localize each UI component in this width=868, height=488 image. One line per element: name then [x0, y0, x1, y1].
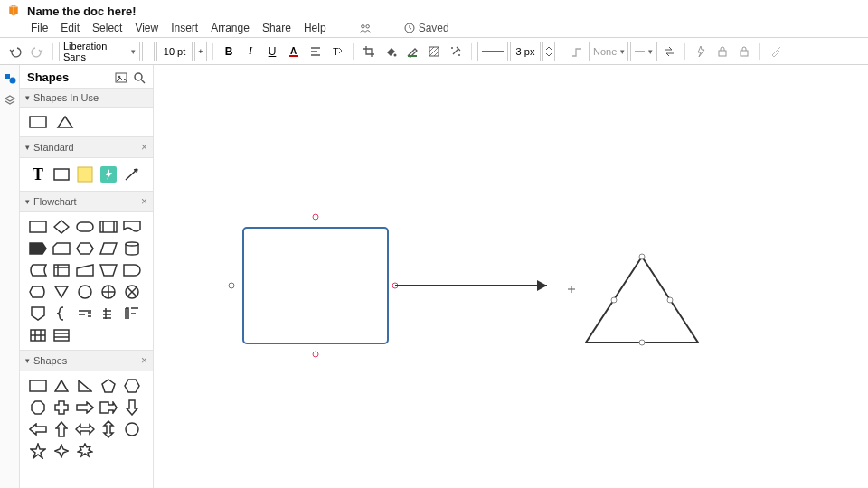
menu-arrange[interactable]: Arrange: [211, 22, 250, 34]
shape-handle[interactable]: [639, 254, 645, 259]
search-icon[interactable]: [133, 71, 146, 84]
selection-handle[interactable]: [229, 283, 234, 288]
canvas-rectangle[interactable]: [243, 228, 388, 343]
sh-cross[interactable]: [51, 399, 72, 417]
menu-share[interactable]: Share: [262, 22, 291, 34]
crop-button[interactable]: [359, 42, 379, 61]
fc-connector[interactable]: [74, 283, 96, 301]
sh-arrow-up[interactable]: [51, 420, 72, 438]
shapes-panel-button[interactable]: [2, 70, 18, 87]
fc-stored-data[interactable]: [27, 261, 49, 279]
line-width-stepper[interactable]: [542, 42, 555, 61]
arrow-end-select[interactable]: ▾: [630, 42, 657, 61]
eyedropper-button[interactable]: [766, 42, 786, 61]
tool-connector[interactable]: [121, 164, 143, 185]
shape-handle[interactable]: [611, 297, 617, 303]
shape-handle[interactable]: [639, 340, 645, 345]
fc-process[interactable]: [27, 218, 49, 236]
document-title[interactable]: Name the doc here!: [27, 5, 137, 18]
sh-star6[interactable]: [74, 442, 96, 460]
sh-arrow-leftright[interactable]: [74, 420, 96, 438]
close-icon[interactable]: ×: [141, 141, 147, 154]
sh-arrow-right[interactable]: [74, 399, 96, 417]
section-head-flowchart[interactable]: ▾ Flowchart ×: [20, 191, 153, 212]
tool-rectangle[interactable]: [51, 164, 72, 185]
line-style-select[interactable]: [477, 42, 508, 61]
arrow-start-select[interactable]: None▾: [589, 42, 628, 61]
underline-button[interactable]: U: [262, 42, 282, 61]
menu-file[interactable]: File: [31, 22, 48, 34]
sh-arrow-left[interactable]: [27, 420, 49, 438]
image-icon[interactable]: [115, 71, 127, 84]
sh-arrow-down[interactable]: [121, 399, 143, 417]
font-family-select[interactable]: Liberation Sans▾: [59, 42, 140, 61]
fc-collate[interactable]: [74, 305, 96, 323]
selection-handle[interactable]: [313, 214, 318, 220]
shape-fill-button[interactable]: [424, 42, 444, 61]
section-head-inuse[interactable]: ▾ Shapes In Use: [20, 88, 153, 108]
italic-button[interactable]: I: [241, 42, 260, 61]
sh-pentagon[interactable]: [98, 377, 119, 395]
fc-delay[interactable]: [121, 261, 143, 279]
fc-table[interactable]: [27, 326, 49, 344]
shape-triangle[interactable]: [54, 113, 76, 131]
flip-connector-button[interactable]: [659, 42, 679, 61]
sh-arrow-updown[interactable]: [98, 420, 119, 438]
close-icon[interactable]: ×: [141, 354, 147, 367]
sh-callout-arrow[interactable]: [98, 399, 119, 417]
fc-card[interactable]: [51, 239, 72, 258]
bold-button[interactable]: B: [219, 42, 239, 61]
font-color-button[interactable]: A: [284, 42, 304, 61]
sh-right-triangle[interactable]: [74, 377, 96, 395]
text-direction-button[interactable]: T: [327, 42, 347, 61]
fc-merge[interactable]: [51, 283, 72, 301]
menu-insert[interactable]: Insert: [171, 22, 198, 34]
sh-octagon[interactable]: [27, 399, 49, 417]
section-head-standard[interactable]: ▾ Standard ×: [20, 136, 153, 158]
section-head-shapes[interactable]: ▾ Shapes ×: [20, 350, 153, 371]
menu-select[interactable]: Select: [92, 22, 122, 34]
fc-preparation[interactable]: [74, 239, 96, 258]
connector-type-button[interactable]: [567, 42, 587, 61]
shape-handle[interactable]: [667, 297, 673, 303]
redo-button[interactable]: [27, 42, 47, 61]
tool-text[interactable]: T: [27, 164, 49, 185]
fc-offpage[interactable]: [27, 305, 49, 323]
fc-decision[interactable]: [51, 218, 72, 236]
fc-predefined[interactable]: [98, 218, 119, 236]
effects-button[interactable]: [446, 42, 466, 61]
tool-note[interactable]: [74, 164, 96, 185]
sh-hexagon[interactable]: [121, 377, 143, 395]
fc-document[interactable]: [121, 218, 143, 236]
fc-database[interactable]: [121, 239, 143, 258]
quick-action-button[interactable]: [691, 42, 711, 61]
fc-display[interactable]: [27, 283, 49, 301]
sh-triangle[interactable]: [51, 377, 72, 395]
line-width-input[interactable]: 3 px: [510, 42, 541, 61]
line-color-button[interactable]: [402, 42, 422, 61]
close-icon[interactable]: ×: [141, 195, 147, 208]
drawing-canvas[interactable]: [154, 65, 868, 488]
sh-circle[interactable]: [121, 420, 143, 438]
menu-edit[interactable]: Edit: [61, 22, 80, 34]
sh-star4[interactable]: [51, 442, 72, 460]
lock-format-button[interactable]: [712, 42, 732, 61]
save-status[interactable]: Saved: [404, 22, 449, 34]
fc-manual-input[interactable]: [74, 261, 96, 279]
fc-list[interactable]: [51, 326, 72, 344]
fc-terminator[interactable]: [74, 218, 96, 236]
fc-data[interactable]: [98, 239, 119, 258]
font-size-increase-button[interactable]: +: [194, 42, 207, 61]
fc-loop[interactable]: [121, 305, 143, 323]
lock-button[interactable]: [734, 42, 754, 61]
shape-rectangle[interactable]: [27, 113, 49, 131]
fc-or[interactable]: [121, 283, 143, 301]
undo-button[interactable]: [5, 42, 25, 61]
tool-action[interactable]: [98, 164, 119, 185]
fc-brace[interactable]: [51, 305, 72, 323]
menu-help[interactable]: Help: [304, 22, 326, 34]
font-size-input[interactable]: 10 pt: [156, 42, 193, 61]
fc-data-flag[interactable]: [27, 239, 49, 258]
fc-manual-op[interactable]: [98, 261, 119, 279]
collaboration-icon[interactable]: [359, 22, 372, 34]
